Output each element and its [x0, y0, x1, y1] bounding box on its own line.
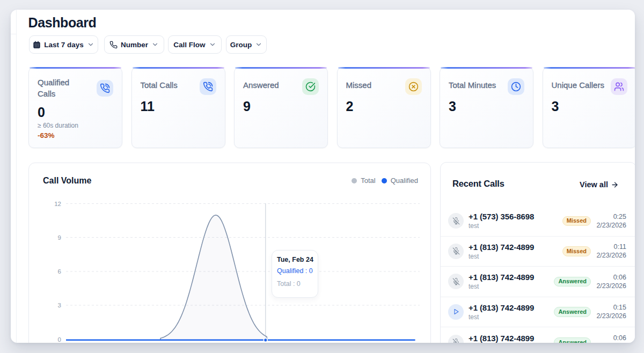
- svg-text:6: 6: [58, 268, 61, 275]
- svg-text:0: 0: [58, 336, 61, 343]
- svg-text:3: 3: [58, 302, 61, 308]
- svg-text:12: 12: [54, 201, 61, 207]
- svg-text:9: 9: [58, 234, 61, 241]
